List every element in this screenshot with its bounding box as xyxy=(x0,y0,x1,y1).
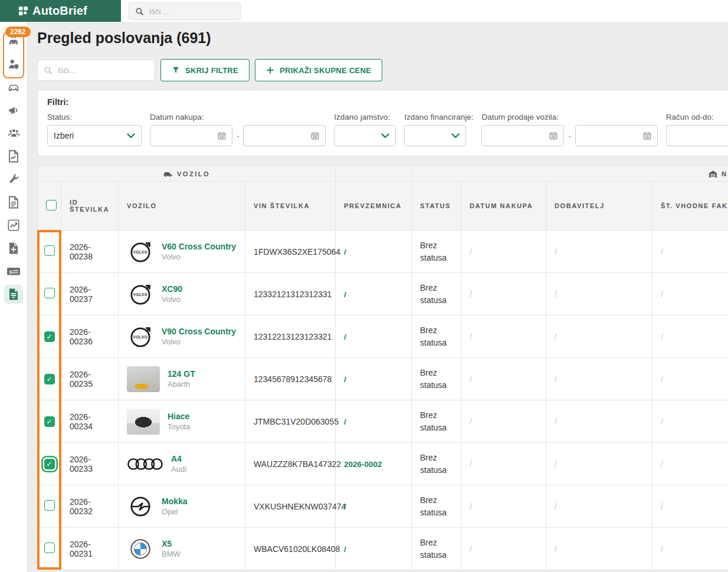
prevzemnica-link[interactable]: / xyxy=(344,333,346,341)
table-row[interactable]: 2026-00235124 GTAbarth12345678912345678/… xyxy=(38,358,728,400)
vin-number: 12332121312312331 xyxy=(245,273,336,315)
vehicle-id: 2026-00232 xyxy=(61,485,119,528)
table-row[interactable]: 2026-00233A4AudiWAUZZZ8K7BA1473222026-00… xyxy=(38,443,728,485)
sidebar-item-users[interactable] xyxy=(0,121,27,144)
volvo-logo: VOLVO xyxy=(127,323,154,350)
warranty-select[interactable] xyxy=(334,125,396,146)
file-chart-icon xyxy=(8,150,19,163)
row-checkbox[interactable] xyxy=(44,500,55,511)
table-search[interactable] xyxy=(37,60,155,81)
vehicle-photo xyxy=(127,409,160,435)
invoice-range-input[interactable] xyxy=(666,125,728,146)
prevzemnica-link[interactable]: / xyxy=(344,502,346,511)
vehicle-model-link[interactable]: Hiace xyxy=(168,412,190,421)
bmw-logo xyxy=(127,535,154,563)
vehicle-photo xyxy=(127,366,160,392)
financing-select[interactable] xyxy=(404,125,466,146)
table-search-input[interactable] xyxy=(57,65,149,75)
vehicle-model-link[interactable]: XC90 xyxy=(162,284,182,294)
row-checkbox[interactable] xyxy=(44,374,55,384)
datum-nakupa-value: / xyxy=(461,231,546,273)
brand-logo[interactable]: AutoBrief xyxy=(0,0,121,22)
svg-text:VOLVO: VOLVO xyxy=(133,292,148,297)
search-icon xyxy=(44,66,53,75)
prevzemnica-link[interactable]: 2026-0002 xyxy=(344,460,382,469)
global-search[interactable] xyxy=(129,2,241,20)
calendar-icon xyxy=(549,132,558,140)
sale-date-from-input[interactable] xyxy=(481,125,564,146)
vehicle-model-link[interactable]: Mokka xyxy=(162,497,188,506)
sale-date-to-input[interactable] xyxy=(575,125,658,146)
vehicle-model-link[interactable]: A4 xyxy=(171,454,186,463)
vehicle-id: 2026-00237 xyxy=(61,273,119,315)
purchase-date-from-input[interactable] xyxy=(150,125,232,146)
filter-warranty: Izdano jamstvo: xyxy=(334,113,396,146)
vehicle-model-link[interactable]: V60 Cross Country xyxy=(162,242,236,251)
status-text: Brez statusa xyxy=(412,443,461,485)
row-checkbox[interactable] xyxy=(44,416,55,427)
vehicle-brand: Audi xyxy=(171,465,186,474)
row-checkbox[interactable] xyxy=(44,245,55,256)
money-check-icon: $ xyxy=(6,266,21,277)
prevzemnica-link[interactable]: / xyxy=(344,418,346,426)
row-checkbox[interactable] xyxy=(44,543,55,553)
st-vhodne-fakture-value: / xyxy=(652,528,728,570)
vin-number: VXKUSHNEKNW037474 xyxy=(245,485,336,528)
show-total-prices-button[interactable]: PRIKAŽI SKUPNE CENE xyxy=(255,59,382,81)
sidebar-item-user-shield[interactable] xyxy=(0,52,27,75)
table-row[interactable]: 2026-00231X5BMWWBACV61020LK08408/Brez st… xyxy=(38,528,728,570)
hide-filters-button[interactable]: SKRIJ FILTRE xyxy=(160,59,250,81)
vehicle-id: 2026-00235 xyxy=(61,358,119,400)
purchase-date-to-input[interactable] xyxy=(243,125,326,146)
table-row[interactable]: 2026-00234HiaceToyotaJTMBC31V20D063055/B… xyxy=(38,400,728,443)
vehicle-id: 2026-00231 xyxy=(61,528,119,570)
main-content: Pregled poslovanja (691) SKRIJ FILTRE PR… xyxy=(28,22,728,572)
sidebar-item-file-invoice[interactable] xyxy=(0,282,27,305)
sidebar-item-file-plus[interactable] xyxy=(0,236,27,259)
prevzemnica-link[interactable]: / xyxy=(344,375,346,384)
dobavitelj-value: / xyxy=(546,315,652,358)
select-all-checkbox[interactable] xyxy=(46,200,57,211)
sidebar-item-megaphone[interactable] xyxy=(0,98,27,121)
vin-number: 1FDWX36S2XE175064 xyxy=(245,231,336,273)
datum-nakupa-value: / xyxy=(461,400,546,443)
dobavitelj-value: / xyxy=(546,231,652,273)
row-checkbox[interactable] xyxy=(44,459,55,469)
datum-nakupa-value: / xyxy=(461,443,546,485)
sidebar-item-money-check[interactable]: $ xyxy=(0,259,27,282)
prevzemnica-link[interactable]: / xyxy=(344,545,346,554)
chart-line-icon xyxy=(7,219,20,232)
table-row[interactable]: 2026-00238VOLVOV60 Cross CountryVolvo1FD… xyxy=(38,231,728,273)
sidebar-item-file-text[interactable] xyxy=(0,190,27,213)
column-header: PREVZEMNICA xyxy=(336,182,412,231)
vehicle-model-link[interactable]: V90 Cross Country xyxy=(162,327,236,336)
prevzemnica-link[interactable]: / xyxy=(344,248,346,257)
vehicle-model-link[interactable]: X5 xyxy=(162,539,181,548)
vin-number: JTMBC31V20D063055 xyxy=(245,400,336,443)
status-select[interactable]: Izberi xyxy=(47,125,142,146)
global-search-input[interactable] xyxy=(148,6,234,17)
table-row[interactable]: 2026-00232MokkaOpelVXKUSHNEKNW037474/Bre… xyxy=(38,485,728,528)
vehicle-logo xyxy=(127,366,160,392)
vehicle-model-link[interactable]: 124 GT xyxy=(168,369,195,379)
sidebar-item-car[interactable] xyxy=(0,75,27,98)
status-text: Brez statusa xyxy=(412,485,461,528)
sidebar-item-wrench[interactable] xyxy=(0,167,27,190)
table-row[interactable]: 2026-00236VOLVOV90 Cross CountryVolvo123… xyxy=(38,315,728,358)
row-checkbox[interactable] xyxy=(44,331,55,342)
vehicle-id: 2026-00236 xyxy=(61,315,119,358)
svg-text:VOLVO: VOLVO xyxy=(133,250,148,254)
row-checkbox[interactable] xyxy=(44,288,55,298)
vehicle-brand: Volvo xyxy=(162,337,236,346)
dobavitelj-value: / xyxy=(546,273,652,315)
dobavitelj-value: / xyxy=(546,358,652,400)
filters-title: Filtri: xyxy=(47,97,728,107)
calendar-icon xyxy=(643,132,651,140)
st-vhodne-fakture-value: / xyxy=(652,273,728,315)
sidebar-item-chart-line[interactable] xyxy=(0,213,27,236)
sidebar-item-file-chart[interactable] xyxy=(0,144,27,167)
table-row[interactable]: 2026-00237VOLVOXC90Volvo1233212131231233… xyxy=(38,273,728,315)
prevzemnica-link[interactable]: / xyxy=(344,290,346,299)
top-bar: AutoBrief xyxy=(0,0,728,22)
vin-number: WAUZZZ8K7BA147322 xyxy=(245,443,336,485)
